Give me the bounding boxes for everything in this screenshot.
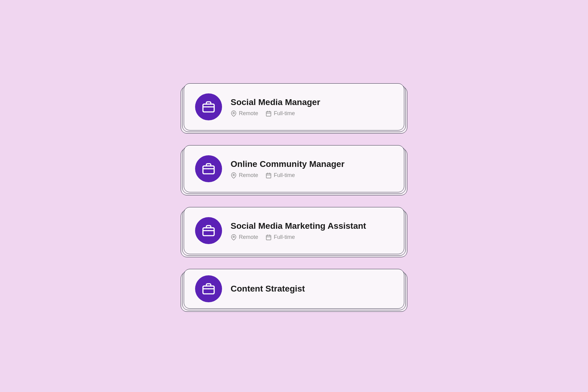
job-card-1[interactable]: Social Media Manager Remote bbox=[184, 83, 404, 130]
job-info-1: Social Media Manager Remote bbox=[231, 97, 320, 117]
job-location-1: Remote bbox=[231, 110, 258, 117]
location-icon-2 bbox=[231, 172, 237, 179]
job-card-stack-3[interactable]: Social Media Marketing Assistant Remote bbox=[184, 207, 404, 254]
job-card-stack-2[interactable]: Online Community Manager Remote bbox=[184, 145, 404, 192]
job-info-3: Social Media Marketing Assistant Remote bbox=[231, 221, 366, 241]
job-icon-circle-4 bbox=[195, 275, 222, 302]
briefcase-icon-1 bbox=[202, 100, 215, 114]
location-icon-1 bbox=[231, 111, 237, 117]
svg-rect-10 bbox=[266, 173, 271, 178]
svg-rect-3 bbox=[266, 111, 271, 116]
svg-rect-0 bbox=[203, 104, 214, 112]
svg-point-9 bbox=[233, 174, 235, 176]
job-card-stack-4[interactable]: Content Strategist bbox=[184, 269, 404, 309]
svg-rect-21 bbox=[203, 286, 214, 294]
job-card-4[interactable]: Content Strategist bbox=[184, 269, 404, 309]
job-meta-1: Remote Full-time bbox=[231, 110, 320, 117]
job-list: Social Media Manager Remote bbox=[184, 71, 404, 321]
job-title-3: Social Media Marketing Assistant bbox=[231, 221, 366, 231]
job-meta-2: Remote Full-time bbox=[231, 172, 345, 179]
job-icon-circle-3 bbox=[195, 217, 222, 244]
job-card-2[interactable]: Online Community Manager Remote bbox=[184, 145, 404, 192]
job-title-1: Social Media Manager bbox=[231, 97, 320, 107]
job-card-stack-1[interactable]: Social Media Manager Remote bbox=[184, 83, 404, 130]
job-title-4: Content Strategist bbox=[231, 284, 305, 294]
location-icon-3 bbox=[231, 234, 237, 240]
job-type-2: Full-time bbox=[266, 172, 295, 179]
job-type-1: Full-time bbox=[266, 110, 295, 117]
calendar-icon-3 bbox=[266, 234, 272, 240]
job-info-2: Online Community Manager Remote bbox=[231, 159, 345, 179]
calendar-icon-1 bbox=[266, 111, 272, 117]
briefcase-icon-4 bbox=[202, 282, 215, 296]
briefcase-icon-3 bbox=[202, 224, 215, 237]
svg-point-2 bbox=[233, 112, 235, 114]
job-location-2: Remote bbox=[231, 172, 258, 179]
job-card-3[interactable]: Social Media Marketing Assistant Remote bbox=[184, 207, 404, 254]
job-location-3: Remote bbox=[231, 234, 258, 240]
job-title-2: Online Community Manager bbox=[231, 159, 345, 169]
job-meta-3: Remote Full-time bbox=[231, 234, 366, 240]
svg-rect-14 bbox=[203, 228, 214, 236]
job-icon-circle-2 bbox=[195, 155, 222, 182]
svg-rect-7 bbox=[203, 166, 214, 174]
svg-rect-17 bbox=[266, 235, 271, 240]
calendar-icon-2 bbox=[266, 172, 272, 179]
svg-point-16 bbox=[233, 236, 235, 238]
job-type-3: Full-time bbox=[266, 234, 295, 240]
job-info-4: Content Strategist bbox=[231, 284, 305, 294]
job-icon-circle-1 bbox=[195, 93, 222, 120]
briefcase-icon-2 bbox=[202, 162, 215, 175]
